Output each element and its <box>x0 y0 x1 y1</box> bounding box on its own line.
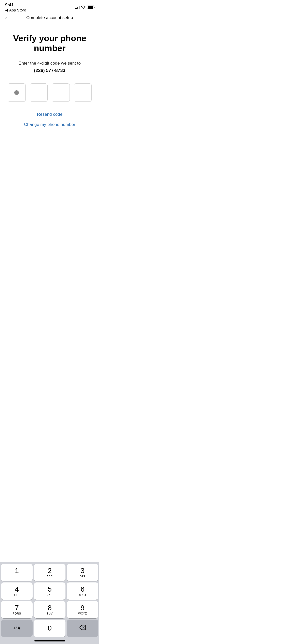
back-chevron-icon: ◀ <box>5 8 8 12</box>
status-bar: 9:41 ◀ App Store <box>0 0 99 13</box>
page-title: Verify your phone number <box>8 33 92 53</box>
signal-bar-1 <box>75 8 76 9</box>
app-store-back[interactable]: ◀ App Store <box>5 8 26 12</box>
main-content: Verify your phone number Enter the 4-dig… <box>0 23 99 132</box>
battery-icon <box>87 6 94 9</box>
signal-bars-icon <box>75 6 79 9</box>
code-box-4[interactable] <box>74 83 92 102</box>
nav-bar: ‹ Complete account setup <box>0 13 99 23</box>
battery-fill <box>88 6 93 9</box>
signal-bar-4 <box>79 6 79 9</box>
resend-code-link[interactable]: Resend code <box>8 112 92 117</box>
phone-number: (226) 577-8733 <box>8 68 92 73</box>
code-input-group[interactable] <box>8 83 92 102</box>
back-button[interactable]: ‹ <box>5 14 7 21</box>
signal-bar-3 <box>77 7 78 9</box>
code-box-1[interactable] <box>8 83 26 102</box>
status-time: 9:41 <box>5 3 14 8</box>
wifi-icon <box>81 5 86 10</box>
code-box-3[interactable] <box>52 83 70 102</box>
code-box-2[interactable] <box>30 83 48 102</box>
status-left: 9:41 ◀ App Store <box>5 3 26 12</box>
subtitle-text: Enter the 4-digit code we sent to <box>8 61 92 66</box>
app-store-label: App Store <box>9 8 26 12</box>
status-right <box>75 5 94 10</box>
code-dot-1 <box>14 90 19 95</box>
nav-title: Complete account setup <box>26 15 73 20</box>
change-phone-link[interactable]: Change my phone number <box>8 122 92 127</box>
signal-bar-2 <box>76 8 77 9</box>
